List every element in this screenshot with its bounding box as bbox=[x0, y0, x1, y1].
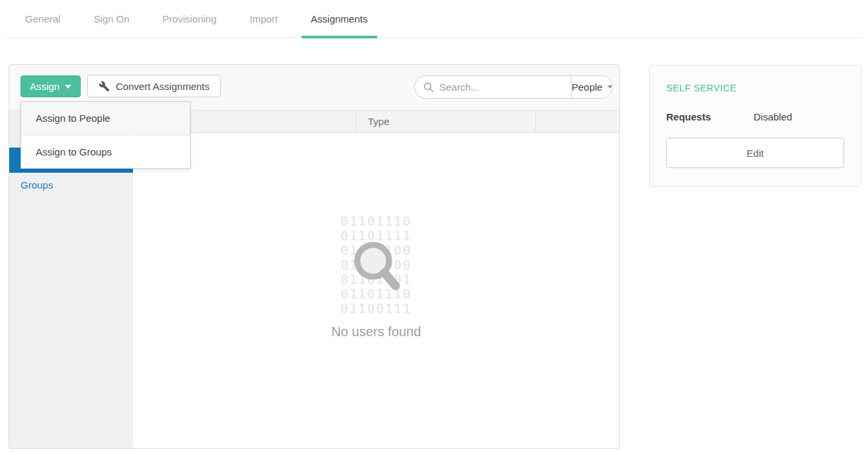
empty-state-message: No users found bbox=[133, 324, 619, 340]
self-service-title: SELF SERVICE bbox=[666, 83, 844, 93]
magnifier-icon bbox=[351, 240, 404, 302]
requests-label: Requests bbox=[666, 111, 754, 122]
search-input[interactable] bbox=[439, 81, 571, 93]
table-header-actions bbox=[535, 111, 619, 132]
tab-provisioning[interactable]: Provisioning bbox=[153, 0, 226, 38]
convert-assignments-label: Convert Assignments bbox=[116, 81, 210, 92]
self-service-panel: SELF SERVICE Requests Disabled Edit bbox=[649, 65, 861, 187]
requests-row: Requests Disabled bbox=[666, 111, 844, 122]
tab-sign-on[interactable]: Sign On bbox=[84, 0, 138, 38]
chevron-down-icon bbox=[607, 85, 613, 89]
filter-item-groups[interactable]: Groups bbox=[9, 173, 133, 198]
binary-line: 01101110 bbox=[133, 214, 619, 228]
search-control: People bbox=[414, 75, 613, 99]
wrench-icon bbox=[99, 81, 110, 92]
edit-button[interactable]: Edit bbox=[666, 138, 844, 168]
assign-button-label: Assign bbox=[30, 81, 60, 92]
requests-value: Disabled bbox=[754, 111, 792, 122]
app-tab-bar: General Sign On Provisioning Import Assi… bbox=[7, 0, 861, 38]
tab-general[interactable]: General bbox=[16, 0, 69, 38]
chevron-down-icon bbox=[65, 85, 71, 89]
tab-import[interactable]: Import bbox=[240, 0, 287, 38]
search-icon bbox=[415, 82, 439, 93]
tab-assignments[interactable]: Assignments bbox=[302, 0, 377, 38]
table-header-row: Type bbox=[133, 111, 619, 133]
binary-line: 01100111 bbox=[133, 301, 619, 316]
search-scope-label: People bbox=[572, 81, 603, 93]
assign-dropdown-menu: Assign to People Assign to Groups bbox=[21, 101, 191, 169]
app-assignments-page: General Sign On Provisioning Import Assi… bbox=[0, 0, 868, 454]
table-header-type: Type bbox=[355, 111, 535, 132]
search-scope-dropdown[interactable]: People bbox=[571, 76, 613, 98]
assignments-card: Assign Convert Assignments bbox=[9, 64, 620, 449]
assign-button[interactable]: Assign bbox=[21, 75, 81, 97]
menu-item-assign-to-people[interactable]: Assign to People bbox=[21, 102, 190, 135]
convert-assignments-button[interactable]: Convert Assignments bbox=[87, 75, 221, 97]
menu-item-assign-to-groups[interactable]: Assign to Groups bbox=[21, 135, 190, 168]
